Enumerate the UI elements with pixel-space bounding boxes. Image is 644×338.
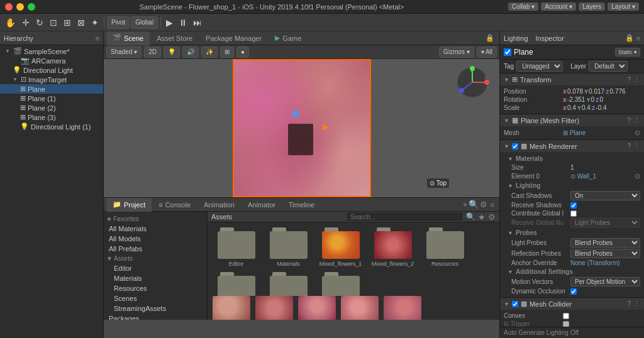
star-filter-button[interactable]: ★ bbox=[478, 212, 486, 222]
transform-help-icon[interactable]: ? bbox=[627, 76, 631, 83]
shaded-button[interactable]: Shaded ▾ bbox=[106, 46, 142, 58]
dynamic-occlusion-toggle[interactable] bbox=[570, 288, 577, 295]
materials-section-header[interactable]: ▼ Materials bbox=[504, 154, 640, 163]
asset-item-materials[interactable]: Materials bbox=[265, 227, 312, 267]
custom-tool-button[interactable]: ✦ bbox=[89, 16, 101, 29]
asset-item-resources[interactable]: Resources bbox=[421, 227, 469, 267]
mr-help-icon[interactable]: ? bbox=[627, 143, 631, 150]
mesh-collider-header[interactable]: ▼ ▦ Mesh Collider ? ⋮ bbox=[500, 298, 644, 310]
reflection-probes-dropdown[interactable]: Blend Probes bbox=[570, 249, 640, 258]
asset-item-flowers2[interactable]: Mixed_flowers_2 bbox=[369, 227, 416, 267]
scale-z-value[interactable]: -0.4 bbox=[596, 104, 606, 111]
additional-section-header[interactable]: ▼ Additional Settings bbox=[504, 267, 640, 276]
lighting-tab[interactable]: Lighting bbox=[504, 35, 528, 42]
hierarchy-item-imagetarget[interactable]: ▼ ⊡ ImageTarget bbox=[0, 75, 103, 84]
asset-item-flowers1[interactable]: Mixed_flowers_1 bbox=[317, 227, 364, 267]
anchor-override-value[interactable]: None (Transform) bbox=[570, 259, 640, 266]
hierarchy-menu-icon[interactable]: ≡ bbox=[96, 35, 99, 42]
proj-resources[interactable]: Resources bbox=[104, 283, 207, 293]
object-active-toggle[interactable] bbox=[504, 48, 511, 56]
asset-item-editor[interactable]: Editor bbox=[213, 227, 260, 267]
rect-tool-button[interactable]: ⊞ bbox=[61, 16, 74, 29]
collab-button[interactable]: Collab ▾ bbox=[508, 3, 538, 11]
mc-help-icon[interactable]: ? bbox=[627, 300, 631, 307]
mc-toggle[interactable] bbox=[512, 301, 518, 307]
tab-timeline[interactable]: Timeline bbox=[282, 198, 321, 212]
receive-shadows-toggle[interactable] bbox=[570, 202, 577, 209]
transform-settings-icon[interactable]: ⋮ bbox=[633, 75, 640, 84]
fx-toggle[interactable]: ✨ bbox=[201, 46, 218, 58]
hierarchy-item-dirlight2[interactable]: 💡 Directional Light (1) bbox=[0, 122, 103, 131]
position-y-value[interactable]: 0.017 bbox=[589, 88, 604, 95]
motion-vectors-dropdown[interactable]: Per Object Motion bbox=[570, 277, 640, 286]
proj-streaming[interactable]: StreamingAssets bbox=[104, 303, 207, 313]
transform-header[interactable]: ▼ ⊞ Transform ? ⋮ bbox=[500, 74, 644, 85]
minimize-button[interactable] bbox=[16, 3, 24, 11]
lighting-section-header[interactable]: ▼ Lighting bbox=[504, 181, 640, 190]
thumb-item-4[interactable] bbox=[341, 296, 379, 320]
mc-settings-icon[interactable]: ⋮ bbox=[633, 300, 640, 308]
mr-toggle[interactable] bbox=[512, 143, 518, 150]
proj-all-prefabs[interactable]: All Prefabs bbox=[104, 244, 207, 254]
light-probes-dropdown[interactable]: Blend Probes bbox=[570, 238, 640, 248]
search-button[interactable]: 🔍 bbox=[469, 200, 479, 209]
mesh-value[interactable]: ⊞ Plane bbox=[563, 129, 586, 136]
proj-materials[interactable]: Materials bbox=[104, 273, 207, 283]
transform-tool-button[interactable]: ⊠ bbox=[75, 16, 87, 29]
mesh-renderer-header[interactable]: ▼ ▦ Mesh Renderer ? ⋮ bbox=[500, 140, 644, 152]
hand-tool-button[interactable]: ✋ bbox=[3, 16, 18, 29]
play-button[interactable]: ▶ bbox=[164, 16, 175, 29]
global-button[interactable]: Global bbox=[131, 16, 158, 29]
scene-extra2[interactable]: ● bbox=[236, 46, 249, 58]
bottom-settings-button[interactable]: ⚙ bbox=[480, 200, 487, 209]
pivot-button[interactable]: Pivot bbox=[107, 16, 130, 29]
thumb-item-5[interactable] bbox=[384, 296, 421, 320]
close-button[interactable] bbox=[5, 3, 13, 11]
tab-project[interactable]: 📁 Project bbox=[106, 198, 152, 212]
gizmos-button[interactable]: Gizmos ▾ bbox=[439, 46, 474, 58]
scale-x-value[interactable]: 0.4 bbox=[567, 104, 576, 111]
element0-pick[interactable]: ⊙ bbox=[635, 172, 640, 180]
maximize-button[interactable] bbox=[28, 3, 35, 11]
rotation-y-value[interactable]: 0 bbox=[591, 96, 594, 103]
light-toggle[interactable]: 💡 bbox=[164, 46, 180, 58]
element0-value[interactable]: ⊙ Wall_1 bbox=[570, 173, 596, 180]
asset-item-streaming[interactable]: StreamingAssets bbox=[317, 272, 364, 296]
step-button[interactable]: ⏭ bbox=[191, 16, 204, 29]
hierarchy-item-plane3[interactable]: ⊞ Plane (3) bbox=[0, 112, 103, 122]
static-dropdown[interactable]: Static ▾ bbox=[615, 48, 640, 57]
scale-tool-button[interactable]: ⊡ bbox=[47, 16, 60, 29]
proj-all-models[interactable]: All Models bbox=[104, 234, 207, 244]
rotation-z-value[interactable]: 0 bbox=[599, 96, 603, 103]
bottom-panel-menu[interactable]: ≡ bbox=[488, 201, 497, 209]
asset-item-scenes[interactable]: Scenes bbox=[265, 272, 312, 296]
convex-toggle[interactable] bbox=[563, 313, 569, 319]
proj-all-materials[interactable]: All Materials bbox=[104, 224, 207, 234]
move-tool-button[interactable]: ✛ bbox=[19, 16, 32, 29]
hierarchy-item-dirlight[interactable]: 💡 Directional Light bbox=[0, 65, 103, 75]
mesh-filter-header[interactable]: ▼ ▦ Plane (Mesh Filter) ? ⋮ bbox=[500, 114, 644, 126]
assets-search-input[interactable] bbox=[346, 212, 464, 222]
position-x-value[interactable]: 0.078 bbox=[567, 88, 583, 95]
inspector-tab[interactable]: Inspector bbox=[536, 35, 564, 42]
tab-animator[interactable]: Animator bbox=[242, 198, 282, 212]
asset-item-roof1[interactable]: Roof1 bbox=[213, 272, 260, 296]
probes-section-header[interactable]: ▼ Probes bbox=[504, 228, 640, 237]
scene-extra1[interactable]: ⊞ bbox=[220, 46, 234, 58]
receive-gi-dropdown[interactable]: Light Probes bbox=[570, 218, 640, 227]
hierarchy-item-plane[interactable]: ⊞ Plane bbox=[0, 84, 103, 94]
rotate-tool-button[interactable]: ↻ bbox=[33, 16, 46, 29]
layer-dropdown[interactable]: Default bbox=[589, 61, 628, 72]
account-button[interactable]: Account ▾ bbox=[541, 3, 576, 11]
rotation-x-value[interactable]: -2.351 bbox=[567, 96, 585, 103]
mf-settings-icon[interactable]: ⋮ bbox=[633, 116, 640, 124]
tab-animation[interactable]: Animation bbox=[197, 198, 241, 212]
hierarchy-item-plane1[interactable]: ⊞ Plane (1) bbox=[0, 94, 103, 103]
pause-button[interactable]: ⏸ bbox=[176, 16, 190, 29]
audio-toggle[interactable]: 🔊 bbox=[182, 46, 199, 58]
mesh-pick-icon[interactable]: ⊙ bbox=[635, 129, 640, 137]
proj-packages[interactable]: Packages bbox=[104, 313, 207, 320]
filter-button[interactable]: ⚙ bbox=[488, 212, 496, 222]
2d-button[interactable]: 2D bbox=[144, 46, 161, 58]
thumb-item-1[interactable] bbox=[213, 296, 250, 320]
